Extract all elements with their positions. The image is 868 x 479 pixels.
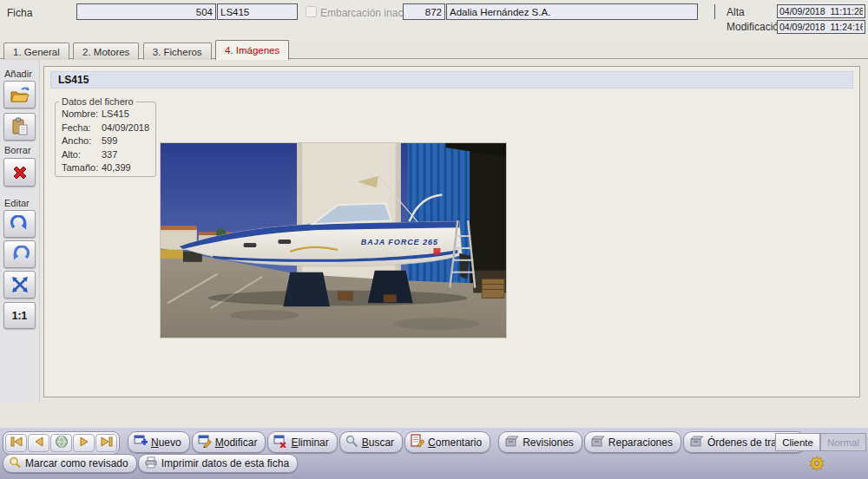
tab-page-imagenes: Añadir Borrar <box>0 60 868 427</box>
new-button-label: Nuevo <box>151 436 181 449</box>
nav-next-button[interactable] <box>73 434 95 452</box>
tab-strip: 1. General 2. Motores 3. Ficheros 4. Imá… <box>0 40 868 59</box>
document-pencil-icon <box>411 434 424 450</box>
mark-reviewed-label: Marcar como revisado <box>25 457 128 469</box>
file-info-legend: Datos del fichero <box>59 96 136 107</box>
header-divider <box>714 4 715 19</box>
toolbar-row-1: Nuevo Modificar Eliminar <box>3 431 806 455</box>
delete-image-button[interactable] <box>3 158 36 187</box>
ficha-label: Ficha <box>7 7 32 19</box>
comment-button[interactable]: Comentario <box>404 431 490 453</box>
globe-icon <box>55 435 69 451</box>
printer-icon <box>144 456 158 471</box>
expand-arrows-icon <box>10 275 30 294</box>
rotate-left-icon <box>10 246 30 263</box>
form-plus-icon <box>134 435 148 450</box>
red-x-icon <box>10 163 30 182</box>
file-info-row-ancho: Ancho:599 <box>62 135 155 148</box>
magnifier-icon <box>345 435 358 450</box>
new-button[interactable]: Nuevo <box>128 431 190 453</box>
record-header-bar: Ficha Embarcación inactivo Alta Modifica… <box>0 0 868 40</box>
tab-imagenes[interactable]: 4. Imágenes <box>215 40 289 60</box>
form-x-icon <box>273 435 287 450</box>
rotate-right-button[interactable] <box>3 210 36 238</box>
repairs-button-label: Reparaciones <box>608 436 673 449</box>
print-record-label: Imprimir datos de esta ficha <box>161 457 289 469</box>
archive-box-icon <box>689 435 704 449</box>
modificacion-date-field[interactable] <box>777 20 865 34</box>
client-view-button[interactable]: Cliente <box>775 433 820 451</box>
alta-date-field[interactable] <box>777 4 865 18</box>
paste-icon <box>10 117 30 136</box>
last-record-icon <box>100 436 114 450</box>
modify-button-label: Modificar <box>215 436 258 449</box>
boat-code-field[interactable] <box>217 3 298 20</box>
gold-magnifier-icon <box>9 456 22 471</box>
modify-button[interactable]: Modificar <box>192 431 266 453</box>
first-record-icon <box>10 436 23 450</box>
archive-box-icon <box>504 435 519 449</box>
file-info-groupbox: Datos del fichero Nombre:LS415 Fecha:04/… <box>55 96 156 177</box>
normal-view-button[interactable]: Normal <box>820 433 866 451</box>
tab-ficheros[interactable]: 3. Ficheros <box>143 43 212 61</box>
client-number-field[interactable] <box>403 3 445 20</box>
file-info-row-fecha: Fecha:04/09/2018 <box>62 121 155 135</box>
file-info-row-alto: Alto:337 <box>62 148 155 162</box>
resize-fit-button[interactable] <box>3 271 36 299</box>
one-to-one-label: 1:1 <box>12 310 27 322</box>
archive-box-icon <box>590 435 605 449</box>
delete-button-label: Eliminar <box>291 436 328 449</box>
folder-open-icon <box>10 85 30 104</box>
image-content-panel: LS415 Datos del fichero Nombre:LS415 Fec… <box>43 66 860 397</box>
delete-button[interactable]: Eliminar <box>267 431 337 453</box>
image-tools-rail: Añadir Borrar <box>0 60 40 403</box>
file-info-row-nombre: Nombre:LS415 <box>62 108 155 121</box>
print-record-button[interactable]: Imprimir datos de esta ficha <box>138 454 298 473</box>
form-pencil-icon <box>198 435 212 450</box>
repairs-button[interactable]: Reparaciones <box>584 431 681 453</box>
add-image-from-file-button[interactable] <box>3 81 36 108</box>
search-button[interactable]: Buscar <box>339 431 403 453</box>
record-navigation-group <box>3 431 120 455</box>
revisions-button[interactable]: Revisiones <box>498 431 582 453</box>
revisions-button-label: Revisiones <box>523 436 574 449</box>
nav-last-button[interactable] <box>95 434 117 452</box>
add-image-paste-button[interactable] <box>3 113 36 141</box>
settings-gear-icon[interactable] <box>809 456 825 471</box>
delete-section-label: Borrar <box>4 145 31 155</box>
bottom-toolbar: Nuevo Modificar Eliminar <box>0 427 868 479</box>
rotate-right-icon <box>10 215 30 233</box>
add-section-label: Añadir <box>4 69 32 79</box>
actual-size-button[interactable]: 1:1 <box>3 302 36 329</box>
toolbar-row-2: Marcar como revisado Imprimir datos de e… <box>3 454 298 473</box>
alta-label: Alta <box>727 6 745 18</box>
file-info-row-tamano: Tamaño:40,399 <box>62 161 155 175</box>
nav-first-button[interactable] <box>5 434 27 452</box>
application-window: Ficha Embarcación inactivo Alta Modifica… <box>0 0 868 479</box>
svg-text:BAJA FORCE 265: BAJA FORCE 265 <box>361 238 438 246</box>
modificacion-label: Modificación <box>727 21 785 33</box>
boat-photo: BAJA FORCE 265 <box>160 142 507 338</box>
image-title-header: LS415 <box>50 71 853 89</box>
ficha-number-field[interactable] <box>76 3 216 20</box>
edit-section-label: Editar <box>4 198 30 208</box>
client-name-field[interactable] <box>446 3 698 20</box>
view-mode-switch: Cliente Normal <box>775 433 866 451</box>
nav-refresh-button[interactable] <box>50 434 72 452</box>
next-record-icon <box>77 436 91 450</box>
search-button-label: Buscar <box>362 436 394 449</box>
comment-button-label: Comentario <box>428 436 482 449</box>
mark-reviewed-button[interactable]: Marcar como revisado <box>3 454 137 473</box>
rotate-left-button[interactable] <box>3 240 36 268</box>
inactive-checkbox[interactable] <box>306 6 317 17</box>
tab-motores[interactable]: 2. Motores <box>73 43 139 61</box>
tab-general[interactable]: 1. General <box>3 43 69 61</box>
previous-record-icon <box>32 436 46 450</box>
nav-previous-button[interactable] <box>28 434 49 452</box>
